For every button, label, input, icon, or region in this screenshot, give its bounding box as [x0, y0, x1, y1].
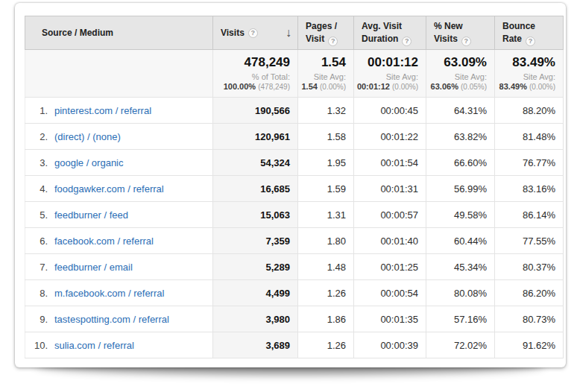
pages-per-visit-cell: 1.48 — [298, 254, 354, 280]
column-header-bounce-rate[interactable]: Bounce Rate? — [495, 16, 564, 50]
pages-per-visit-cell: 1.58 — [298, 124, 354, 150]
pct-new-visits-cell: 66.60% — [426, 150, 495, 176]
source-medium-link[interactable]: feedburner / feed — [54, 209, 128, 221]
summary-row: 478,249 % of Total: 100.00% (478,249) 1.… — [25, 50, 564, 98]
avg-visit-duration-cell: 00:01:31 — [354, 176, 426, 202]
source-medium-cell: 5.feedburner / feed — [25, 202, 213, 228]
column-header-pages-per-visit[interactable]: Pages / Visit? — [298, 16, 354, 50]
summary-empty-cell — [25, 50, 213, 98]
pct-new-visits-cell: 72.02% — [426, 332, 495, 358]
summary-value: 63.09% — [426, 55, 487, 70]
help-icon[interactable]: ? — [461, 37, 471, 46]
summary-sub-paren: (0.00%) — [392, 83, 418, 91]
column-header-source-medium[interactable]: Source / Medium — [25, 16, 213, 50]
source-medium-cell: 9.tastespotting.com / referral — [25, 306, 213, 332]
source-medium-link[interactable]: m.facebook.com / referral — [54, 288, 164, 299]
source-medium-cell: 4.foodgawker.com / referral — [25, 176, 213, 202]
avg-visit-duration-cell: 00:00:57 — [354, 202, 426, 228]
summary-visits: 478,249 % of Total: 100.00% (478,249) — [213, 50, 298, 98]
pct-new-visits-cell: 80.08% — [426, 280, 495, 306]
source-medium-link[interactable]: pinterest.com / referral — [54, 105, 151, 116]
avg-visit-duration-cell: 00:01:35 — [354, 306, 426, 332]
avg-visit-duration-cell: 00:01:25 — [354, 254, 426, 280]
avg-visit-duration-cell: 00:01:22 — [354, 124, 426, 150]
pct-new-visits-cell: 49.58% — [426, 202, 495, 228]
visits-cell: 15,063 — [213, 202, 298, 228]
summary-sub-label: Site Avg: — [495, 72, 555, 82]
column-header-visits[interactable]: Visits ? ↓ — [213, 16, 298, 50]
bounce-rate-cell: 76.77% — [495, 150, 564, 176]
avg-visit-duration-cell: 00:00:45 — [354, 98, 426, 124]
column-header-label: % New Visits — [434, 21, 463, 44]
pct-new-visits-cell: 63.82% — [426, 124, 495, 150]
source-medium-link[interactable]: foodgawker.com / referral — [54, 183, 164, 195]
summary-value: 478,249 — [213, 55, 290, 70]
table-row: 4.foodgawker.com / referral 16,685 1.59 … — [25, 176, 564, 202]
pct-new-visits-cell: 60.44% — [426, 228, 495, 254]
source-medium-cell: 1.pinterest.com / referral — [25, 98, 213, 124]
pct-new-visits-cell: 56.99% — [426, 176, 495, 202]
summary-bounce-rate: 83.49% Site Avg: 83.49% (0.00%) — [495, 50, 564, 98]
source-medium-link[interactable]: google / organic — [54, 157, 124, 168]
source-medium-link[interactable]: tastespotting.com / referral — [54, 314, 169, 325]
bounce-rate-cell: 91.62% — [495, 332, 564, 358]
pages-per-visit-cell: 1.95 — [298, 150, 354, 176]
summary-sub-paren: (0.05%) — [461, 83, 487, 91]
visits-cell: 120,961 — [213, 124, 298, 150]
bounce-rate-cell: 83.16% — [495, 176, 564, 202]
visits-cell: 3,980 — [213, 306, 298, 332]
avg-visit-duration-cell: 00:00:39 — [354, 332, 426, 358]
summary-pages-per-visit: 1.54 Site Avg: 1.54 (0.00%) — [298, 50, 354, 98]
source-medium-cell: 8.m.facebook.com / referral — [25, 280, 213, 306]
pct-new-visits-cell: 64.31% — [426, 98, 495, 124]
table-row: 5.feedburner / feed 15,063 1.31 00:00:57… — [25, 202, 564, 228]
table-row: 10.sulia.com / referral 3,689 1.26 00:00… — [25, 332, 564, 358]
summary-pct-new-visits: 63.09% Site Avg: 63.06% (0.05%) — [426, 50, 495, 98]
pages-per-visit-cell: 1.86 — [298, 306, 354, 332]
column-header-avg-visit-duration[interactable]: Avg. Visit Duration? — [354, 16, 426, 50]
summary-sub-value: 00:01:12 — [357, 82, 390, 91]
summary-sub-value: 63.06% — [431, 82, 458, 91]
help-icon[interactable]: ? — [526, 37, 535, 46]
summary-sub-value: 83.49% — [499, 82, 527, 91]
avg-visit-duration-cell: 00:01:40 — [354, 228, 426, 254]
sort-descending-icon: ↓ — [286, 27, 291, 39]
column-header-label: Visits — [221, 27, 245, 39]
row-rank: 10. — [25, 340, 48, 351]
row-rank: 4. — [25, 183, 48, 195]
summary-sub-label: Site Avg: — [298, 72, 346, 82]
table-row: 8.m.facebook.com / referral 4,499 1.26 0… — [25, 280, 564, 306]
help-icon[interactable]: ? — [248, 28, 258, 38]
summary-sub-label: Site Avg: — [354, 72, 418, 82]
visits-cell: 190,566 — [213, 98, 298, 124]
source-medium-link[interactable]: sulia.com / referral — [54, 340, 134, 351]
bounce-rate-cell: 88.20% — [495, 98, 564, 124]
source-medium-cell: 2.(direct) / (none) — [25, 124, 213, 150]
pct-new-visits-cell: 45.34% — [426, 254, 495, 280]
row-rank: 1. — [25, 105, 48, 116]
visits-cell: 54,324 — [213, 150, 298, 176]
column-header-label: Source / Medium — [42, 28, 113, 38]
column-header-pct-new-visits[interactable]: % New Visits? — [426, 16, 495, 50]
bounce-rate-cell: 80.37% — [495, 254, 564, 280]
header-row: Source / Medium Visits ? ↓ Pages / Visit… — [25, 16, 564, 50]
source-medium-cell: 3.google / organic — [25, 150, 213, 176]
bounce-rate-cell: 86.14% — [495, 202, 564, 228]
pct-new-visits-cell: 57.16% — [426, 306, 495, 332]
source-medium-link[interactable]: facebook.com / referral — [54, 235, 154, 247]
summary-value: 00:01:12 — [354, 55, 418, 70]
pages-per-visit-cell: 1.26 — [298, 332, 354, 358]
summary-value: 1.54 — [298, 55, 346, 70]
bounce-rate-cell: 86.20% — [495, 280, 564, 306]
source-medium-link[interactable]: feedburner / email — [54, 262, 133, 273]
summary-sub-paren: (0.00%) — [320, 83, 346, 91]
source-medium-cell: 10.sulia.com / referral — [25, 332, 213, 358]
source-medium-link[interactable]: (direct) / (none) — [54, 131, 121, 142]
avg-visit-duration-cell: 00:00:54 — [354, 280, 426, 306]
row-rank: 9. — [25, 314, 48, 325]
help-icon[interactable]: ? — [402, 37, 412, 46]
summary-sub-paren: (478,249) — [258, 83, 290, 91]
help-icon[interactable]: ? — [328, 37, 338, 46]
table-row: 7.feedburner / email 5,289 1.48 00:01:25… — [25, 254, 564, 280]
bounce-rate-cell: 77.55% — [495, 228, 564, 254]
